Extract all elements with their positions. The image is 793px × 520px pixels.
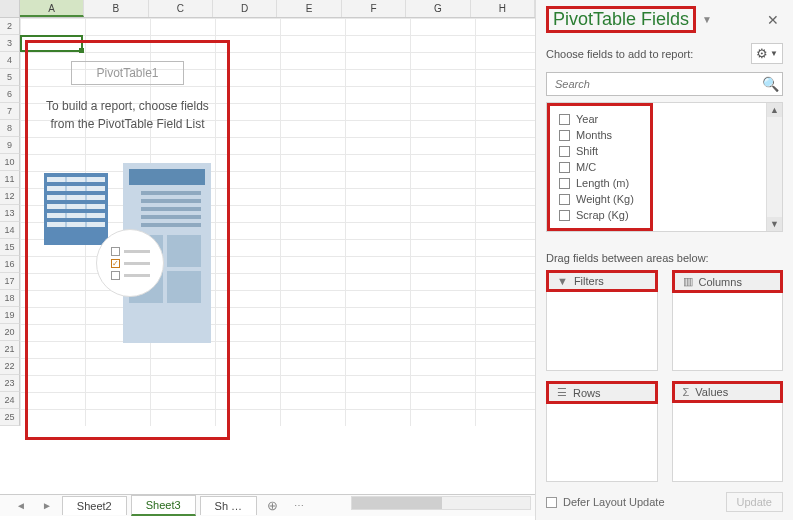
column-headers: A B C D E F G H — [0, 0, 535, 18]
defer-layout-checkbox[interactable] — [546, 497, 557, 508]
update-button[interactable]: Update — [726, 492, 783, 512]
row-header[interactable]: 7 — [0, 103, 20, 120]
field-item[interactable]: Length (m) — [553, 175, 647, 191]
row-header[interactable]: 25 — [0, 409, 20, 426]
row-header[interactable]: 24 — [0, 392, 20, 409]
pane-layout-button[interactable]: ⚙ ▼ — [751, 43, 783, 64]
gear-icon: ⚙ — [756, 46, 768, 61]
tab-nav-prev-icon[interactable]: ◄ — [10, 500, 32, 511]
columns-icon: ▥ — [683, 275, 693, 288]
spreadsheet-area: A B C D E F G H 234567891011121314151617… — [0, 0, 535, 520]
sheet-tab[interactable]: Sheet3 — [131, 495, 196, 516]
row-header[interactable]: 15 — [0, 239, 20, 256]
row-header[interactable]: 12 — [0, 188, 20, 205]
search-icon[interactable]: 🔍 — [758, 73, 782, 95]
row-header[interactable]: 4 — [0, 52, 20, 69]
pane-options-dropdown-icon[interactable]: ▼ — [702, 14, 712, 25]
field-checkbox[interactable] — [559, 210, 570, 221]
values-dropzone[interactable] — [672, 403, 784, 482]
row-header[interactable]: 16 — [0, 256, 20, 273]
row-header[interactable]: 20 — [0, 324, 20, 341]
field-label: Length (m) — [576, 177, 629, 189]
select-all-corner[interactable] — [0, 0, 20, 17]
rows-area[interactable]: ☰ Rows — [546, 381, 658, 482]
row-header[interactable]: 5 — [0, 69, 20, 86]
grid-body: 2345678910111213141516171819202122232425… — [0, 18, 535, 426]
pivottable-name: PivotTable1 — [71, 61, 183, 85]
close-icon[interactable]: ✕ — [763, 12, 783, 28]
column-header-g[interactable]: G — [406, 0, 470, 17]
field-checkbox[interactable] — [559, 162, 570, 173]
field-item[interactable]: Scrap (Kg) — [553, 207, 647, 223]
pivottable-fields-pane: PivotTable Fields ▼ ✕ Choose fields to a… — [535, 0, 793, 520]
filters-dropzone[interactable] — [546, 292, 658, 371]
tab-overflow-icon[interactable]: ⋯ — [288, 500, 310, 511]
fields-scrollbar[interactable]: ▲ ▼ — [766, 103, 782, 231]
column-header-f[interactable]: F — [342, 0, 406, 17]
fields-search-box[interactable]: 🔍 — [546, 72, 783, 96]
field-label: Year — [576, 113, 598, 125]
pivottable-hint-text: To build a report, choose fields from th… — [38, 97, 217, 133]
values-label: Values — [695, 386, 728, 398]
field-item[interactable]: M/C — [553, 159, 647, 175]
sheet-tab[interactable]: Sh … — [200, 496, 258, 515]
pivottable-placeholder[interactable]: PivotTable1 To build a report, choose fi… — [25, 40, 230, 440]
field-checkbox[interactable] — [559, 130, 570, 141]
horizontal-scrollbar[interactable] — [351, 496, 531, 510]
filter-icon: ▼ — [557, 275, 568, 287]
search-input[interactable] — [547, 73, 758, 95]
field-checkbox[interactable] — [559, 194, 570, 205]
areas-grid: ▼ Filters ▥ Columns ☰ Rows Σ Values — [546, 270, 783, 482]
row-header[interactable]: 9 — [0, 137, 20, 154]
row-header[interactable]: 14 — [0, 222, 20, 239]
row-header[interactable]: 13 — [0, 205, 20, 222]
row-header[interactable]: 8 — [0, 120, 20, 137]
sigma-icon: Σ — [683, 386, 690, 398]
row-header[interactable]: 3 — [0, 35, 20, 52]
row-header[interactable]: 6 — [0, 86, 20, 103]
row-header[interactable]: 23 — [0, 375, 20, 392]
column-header-b[interactable]: B — [84, 0, 148, 17]
row-header[interactable]: 22 — [0, 358, 20, 375]
row-header[interactable]: 19 — [0, 307, 20, 324]
columns-label: Columns — [699, 276, 742, 288]
rows-dropzone[interactable] — [546, 404, 658, 482]
field-item[interactable]: Shift — [553, 143, 647, 159]
field-item[interactable]: Months — [553, 127, 647, 143]
rows-label: Rows — [573, 387, 601, 399]
field-item[interactable]: Weight (Kg) — [553, 191, 647, 207]
column-header-c[interactable]: C — [149, 0, 213, 17]
pane-title: PivotTable Fields — [546, 6, 696, 33]
row-header[interactable]: 11 — [0, 171, 20, 188]
field-label: Months — [576, 129, 612, 141]
fields-list-container: YearMonthsShiftM/CLength (m)Weight (Kg)S… — [546, 102, 783, 232]
scroll-up-icon[interactable]: ▲ — [767, 103, 782, 117]
field-checkbox[interactable] — [559, 146, 570, 157]
columns-dropzone[interactable] — [672, 293, 784, 371]
new-sheet-button[interactable]: ⊕ — [261, 498, 284, 513]
field-checkbox[interactable] — [559, 178, 570, 189]
field-checkbox[interactable] — [559, 114, 570, 125]
tab-nav-next-icon[interactable]: ► — [36, 500, 58, 511]
row-header[interactable]: 18 — [0, 290, 20, 307]
scroll-down-icon[interactable]: ▼ — [767, 217, 782, 231]
column-header-d[interactable]: D — [213, 0, 277, 17]
pivottable-illustration: ✓ — [38, 173, 217, 353]
column-header-e[interactable]: E — [277, 0, 341, 17]
row-headers: 2345678910111213141516171819202122232425 — [0, 18, 20, 426]
columns-area[interactable]: ▥ Columns — [672, 270, 784, 371]
fields-list: YearMonthsShiftM/CLength (m)Weight (Kg)S… — [553, 109, 647, 225]
row-header[interactable]: 17 — [0, 273, 20, 290]
filters-label: Filters — [574, 275, 604, 287]
sheet-tabs-bar: ◄ ► Sheet2 Sheet3 Sh … ⊕ ⋯ — [0, 494, 535, 516]
row-header[interactable]: 10 — [0, 154, 20, 171]
column-header-h[interactable]: H — [471, 0, 535, 17]
cells-canvas[interactable]: PivotTable1 To build a report, choose fi… — [20, 18, 535, 426]
column-header-a[interactable]: A — [20, 0, 84, 17]
filters-area[interactable]: ▼ Filters — [546, 270, 658, 371]
sheet-tab[interactable]: Sheet2 — [62, 496, 127, 515]
values-area[interactable]: Σ Values — [672, 381, 784, 482]
field-item[interactable]: Year — [553, 111, 647, 127]
row-header[interactable]: 21 — [0, 341, 20, 358]
row-header[interactable]: 2 — [0, 18, 20, 35]
